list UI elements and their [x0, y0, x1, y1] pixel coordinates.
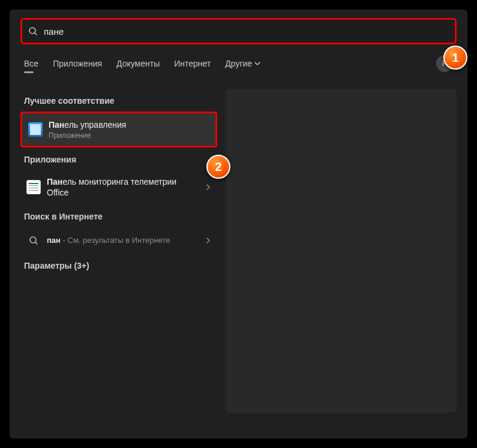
match-rest: ель мониторинга телеметрии Office: [47, 177, 176, 197]
chevron-right-icon: [205, 237, 211, 244]
tab-more[interactable]: Другие: [225, 59, 260, 68]
tab-documents[interactable]: Документы: [116, 59, 160, 68]
document-icon: [26, 180, 41, 194]
search-input[interactable]: [44, 26, 449, 37]
search-bar[interactable]: [20, 18, 457, 44]
result-text: Панель управления Приложение: [49, 119, 209, 140]
match-bold: Пан: [49, 120, 64, 130]
svg-line-3: [35, 242, 37, 244]
tab-apps[interactable]: Приложения: [53, 59, 102, 68]
chevron-right-icon: [205, 184, 211, 191]
result-control-panel[interactable]: Панель управления Приложение: [20, 112, 217, 148]
control-panel-icon: [28, 122, 43, 137]
section-internet: Поиск в Интернете: [20, 205, 217, 227]
match-bold: Пан: [47, 177, 62, 187]
result-subtitle: Приложение: [49, 131, 209, 140]
search-icon: [28, 26, 38, 36]
match-rest: ель управления: [64, 120, 126, 130]
annotation-badge-2: 2: [206, 155, 230, 179]
search-icon: [26, 233, 41, 248]
section-apps: Приложения: [20, 148, 217, 170]
annotation-badge-1: 1: [443, 46, 467, 70]
tab-all[interactable]: Все: [24, 59, 38, 68]
results-column: Лучшее соответствие Панель управления Пр…: [20, 89, 217, 413]
tab-more-label: Другие: [225, 59, 252, 68]
chevron-down-icon: [254, 61, 260, 67]
section-best-match: Лучшее соответствие: [20, 89, 217, 112]
result-office-telemetry[interactable]: Панель мониторинга телеметрии Office: [20, 170, 217, 204]
result-text: пан - См. результаты в Интернете: [47, 236, 199, 245]
start-search-window: Все Приложения Документы Интернет Другие…: [10, 10, 467, 438]
result-text: Панель мониторинга телеметрии Office: [47, 176, 199, 198]
tab-internet[interactable]: Интернет: [174, 59, 211, 68]
preview-pane: [226, 89, 457, 413]
result-web-search[interactable]: пан - См. результаты в Интернете: [20, 227, 217, 254]
filter-tabs: Все Приложения Документы Интернет Другие…: [20, 44, 457, 80]
match-bold: пан: [47, 236, 61, 245]
internet-suffix: - См. результаты в Интернете: [61, 236, 170, 245]
svg-line-1: [35, 33, 37, 35]
section-settings[interactable]: Параметры (3+): [20, 254, 217, 276]
